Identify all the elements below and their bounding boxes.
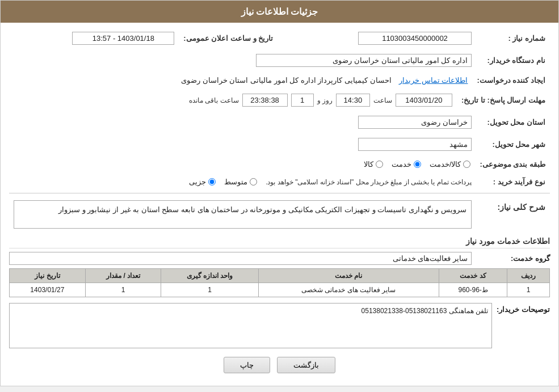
kala-khedmat-label: کالا/خدمت	[430, 160, 461, 168]
top-info-table: شماره نیاز : 1103003450000002 تاریخ و سا…	[9, 29, 550, 47]
sharh-box: سرویس و نگهداری تاسیسات و تجهیزات الکتری…	[14, 200, 472, 229]
radio-motavasset[interactable]: متوسط	[224, 178, 257, 186]
khadamat-title: اطلاعات خدمات مورد نیاز	[9, 237, 550, 248]
goroh-value: سایر فعالیت‌های خدماتی	[9, 252, 472, 265]
shomara-value: 1103003450000002	[289, 29, 476, 47]
mohlat-values: 1403/01/20 ساعت 14:30 روز و 1 23:38:38 س…	[9, 91, 457, 109]
col-radif: ردیف	[507, 269, 550, 283]
farayand-table: نوع فرآیند خرید : پرداخت تمام یا بخشی از…	[9, 175, 550, 188]
col-tarikh: تاریخ نیاز	[10, 269, 86, 283]
dastgah-value: اداره کل امور مالیاتی استان خراسان رضوی	[9, 52, 476, 69]
jozyi-label: جزیی	[189, 178, 206, 186]
ijad-table: ایجاد کننده درخواست: اطلاعات تماس خریدار…	[9, 74, 550, 87]
tabaghe-label: طبقه بندی موضوعی:	[475, 158, 550, 171]
shahr-value: مشهد	[9, 136, 476, 153]
tarikh-elam-label: تاریخ و ساعت اعلان عمومی:	[179, 29, 278, 47]
khedmat-label: خدمت	[392, 160, 411, 168]
mohlat-table: مهلت ارسال پاسخ: تا تاریخ: 1403/01/20 سا…	[9, 91, 550, 109]
ijad-text: احسان کیمیایی کارپرداز اداره کل امور مال…	[181, 76, 392, 85]
tarikh-elam-input: 1403/01/18 - 13:57	[72, 32, 174, 45]
rooz-label: روز و	[317, 96, 333, 104]
dastgah-input: اداره کل امور مالیاتی استان خراسان رضوی	[256, 54, 472, 67]
ostan-table: استان محل تحویل: خراسان رضوی	[9, 113, 550, 131]
dastgah-table: نام دستگاه خریدار: اداره کل امور مالیاتی…	[9, 52, 550, 69]
main-content: شماره نیاز : 1103003450000002 تاریخ و سا…	[1, 23, 558, 386]
goroh-label: گروه خدمت:	[476, 254, 550, 263]
col-tedad: تعداد / مقدار	[85, 269, 161, 283]
radio-kala-khedmat[interactable]: کالا/خدمت	[430, 160, 471, 168]
page-header: جزئیات اطلاعات نیاز	[1, 1, 558, 23]
col-nam: نام خدمت	[258, 269, 439, 283]
radio-jozyi[interactable]: جزیی	[189, 178, 216, 186]
tosif-box: تلفن هماهنگی 05138021163-05138021338	[9, 303, 492, 348]
cell-tedad: 1	[85, 283, 161, 297]
mohlat-label: مهلت ارسال پاسخ: تا تاریخ:	[457, 91, 550, 109]
dastgah-label: نام دستگاه خریدار:	[476, 52, 550, 69]
separator	[9, 193, 550, 193]
sharh-label: شرح کلی نیاز:	[476, 198, 550, 231]
cell-vahed: 1	[161, 283, 258, 297]
radio-jozyi-input[interactable]	[208, 178, 216, 186]
tabaghe-radios: کالا/خدمت خدمت کالا	[9, 158, 475, 171]
tosif-value: تلفن هماهنگی 05138021163-05138021338	[362, 307, 489, 315]
cell-radif: 1	[507, 283, 550, 297]
saat-label: ساعت	[373, 96, 392, 104]
tosif-section: توصیحات خریدار: تلفن هماهنگی 05138021163…	[9, 303, 550, 348]
ostan-label: استان محل تحویل:	[476, 113, 550, 131]
shahr-label: شهر محل تحویل:	[476, 136, 550, 153]
chap-button[interactable]: چاپ	[224, 357, 270, 373]
saat-value: 14:30	[336, 94, 370, 107]
page-wrapper: جزئیات اطلاعات نیاز شماره نیاز : 1103003…	[0, 0, 559, 386]
radio-khedmat[interactable]: خدمت	[392, 160, 421, 168]
mande-label: ساعت باقی مانده	[189, 96, 239, 104]
kala-label: کالا	[364, 160, 373, 168]
shahr-table: شهر محل تحویل: مشهد	[9, 136, 550, 153]
cell-kod: ط-96-960	[439, 283, 507, 297]
services-table: ردیف کد خدمت نام خدمت واحد اندازه گیری ت…	[9, 268, 550, 297]
sharh-table: شرح کلی نیاز: سرویس و نگهداری تاسیسات و …	[9, 198, 550, 231]
col-vahed: واحد اندازه گیری	[161, 269, 258, 283]
radio-khedmat-input[interactable]	[414, 161, 421, 168]
bazgasht-button[interactable]: بازگشت	[277, 357, 335, 373]
radio-kala[interactable]: کالا	[364, 160, 383, 168]
tosif-label: توصیحات خریدار:	[492, 303, 550, 314]
sharh-value: سرویس و نگهداری تاسیسات و تجهیزات الکتری…	[9, 198, 476, 231]
ijad-link[interactable]: اطلاعات تماس خریدار	[399, 76, 468, 85]
payment-note: پرداخت تمام یا بخشی از مبلغ خریدار محل "…	[266, 178, 472, 186]
rooz-value: 1	[291, 94, 314, 107]
ostan-value: خراسان رضوی	[9, 113, 476, 131]
shahr-input: مشهد	[358, 138, 472, 151]
motavasset-label: متوسط	[224, 178, 247, 186]
footer-buttons: بازگشت چاپ	[9, 357, 550, 373]
shomara-label: شماره نیاز :	[476, 29, 550, 47]
tarikh-value: 1403/01/20	[396, 94, 452, 107]
radio-kala-input[interactable]	[376, 161, 383, 168]
ijad-label: ایجاد کننده درخواست:	[472, 74, 550, 87]
farayand-label: نوع فرآیند خرید :	[476, 175, 550, 188]
tabaghe-table: طبقه بندی موضوعی: کالا/خدمت خدمت	[9, 158, 550, 171]
col-kod: کد خدمت	[439, 269, 507, 283]
goroh-row: گروه خدمت: سایر فعالیت‌های خدماتی	[9, 252, 550, 265]
ostan-input: خراسان رضوی	[358, 116, 472, 129]
radio-motavasset-input[interactable]	[250, 178, 257, 186]
radio-kala-khedmat-input[interactable]	[463, 161, 470, 168]
cell-tarikh: 1403/01/27	[10, 283, 86, 297]
tarikh-elam-value: 1403/01/18 - 13:57	[9, 29, 179, 47]
farayand-radios: پرداخت تمام یا بخشی از مبلغ خریدار محل "…	[9, 175, 476, 188]
mande-value: 23:38:38	[242, 94, 288, 107]
tosif-content: تلفن هماهنگی 05138021163-05138021338	[9, 303, 492, 348]
ijad-value: اطلاعات تماس خریدار احسان کیمیایی کارپرد…	[9, 74, 472, 87]
cell-nam: سایر فعالیت های خدماتی شخصی	[258, 283, 439, 297]
page-title: جزئیات اطلاعات نیاز	[241, 7, 318, 16]
table-row: 1ط-96-960سایر فعالیت های خدماتی شخصی1114…	[10, 283, 550, 297]
shomara-input: 1103003450000002	[358, 32, 472, 45]
